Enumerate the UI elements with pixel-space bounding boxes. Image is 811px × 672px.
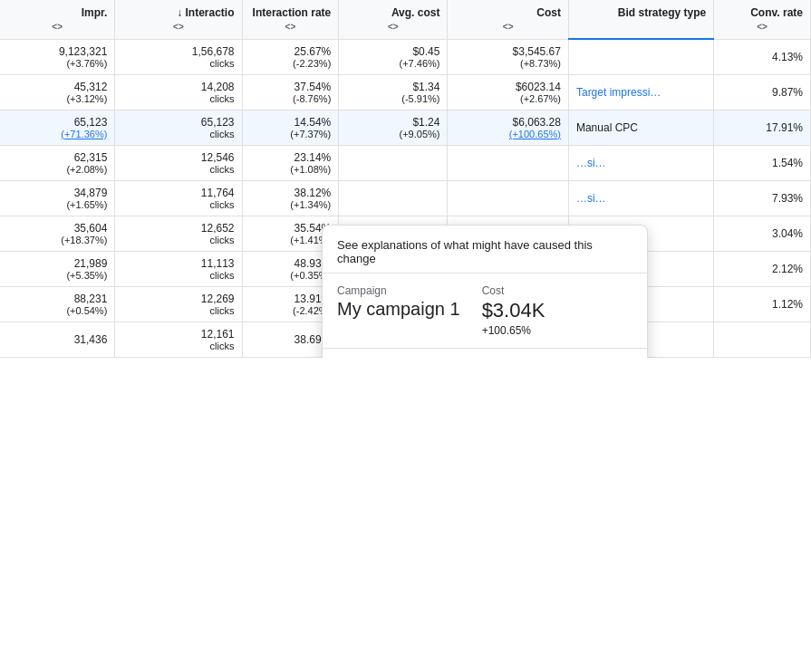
- cell-impr: 35,604(+18.37%): [0, 216, 115, 251]
- impr-change: (+5.35%): [7, 270, 107, 281]
- cell-intrate: 23.14%(+1.08%): [242, 145, 339, 180]
- convrate-value: 9.87%: [772, 86, 803, 99]
- tooltip-campaign-label: Campaign: [337, 284, 460, 297]
- col-header-cost-arrows[interactable]: <>: [455, 21, 561, 34]
- cell-convrate: 1.54%: [714, 145, 811, 180]
- impr-change: (+1.65%): [7, 199, 107, 210]
- col-header-impr-arrows[interactable]: <>: [7, 21, 107, 34]
- bidstrat-link[interactable]: Target impressi…: [576, 86, 661, 99]
- cell-interaction: 11,113clicks: [115, 251, 242, 286]
- bidstrat-link[interactable]: …si…: [576, 192, 606, 205]
- cell-interaction: 11,764clicks: [115, 180, 242, 216]
- interaction-sub: clicks: [122, 93, 234, 104]
- interaction-sub: clicks: [122, 199, 234, 210]
- col-header-avgcost[interactable]: Avg. cost <>: [339, 0, 448, 39]
- col-header-impr[interactable]: Impr. <>: [0, 0, 115, 39]
- cell-intrate: 14.54%(+7.37%): [242, 110, 339, 145]
- avgcost-value: $1.34: [346, 81, 439, 93]
- impr-value: 34,879: [7, 187, 107, 199]
- col-header-convrate[interactable]: Conv. rate <>: [714, 0, 811, 39]
- interaction-value: 12,652: [122, 222, 234, 235]
- convrate-value: 2.12%: [772, 263, 803, 275]
- impr-change[interactable]: (+71.36%): [7, 129, 107, 139]
- tooltip-columns: Campaign My campaign 1 Cost $3.04K +100.…: [337, 284, 632, 337]
- cell-cost: $6,063.28(+100.65%): [448, 110, 569, 145]
- col-header-interaction-arrows[interactable]: <>: [122, 21, 234, 34]
- cell-bidstrat: [568, 39, 713, 74]
- impr-change: (+0.54%): [7, 305, 107, 316]
- col-header-bidstrat[interactable]: Bid strategy type: [568, 0, 713, 39]
- col-header-intrate-label: Interaction rate: [250, 5, 332, 21]
- cell-impr: 88,231(+0.54%): [0, 286, 115, 322]
- convrate-value: 4.13%: [772, 51, 803, 63]
- impr-value: 31,436: [7, 333, 107, 346]
- cell-cost: [448, 145, 569, 180]
- intrate-value: 48.93%: [250, 257, 332, 270]
- cell-avgcost: $1.34(-5.91%): [339, 74, 448, 110]
- cell-cost: $3,545.67(+8.73%): [448, 39, 569, 74]
- tooltip-cost-value: $3.04K: [482, 299, 545, 322]
- interaction-value: 1,56,678: [122, 45, 234, 58]
- cell-cost: [448, 180, 569, 216]
- interaction-value: 65,123: [122, 116, 234, 129]
- interaction-value: 11,113: [122, 257, 234, 270]
- cell-convrate: 2.12%: [714, 251, 811, 286]
- cost-change[interactable]: (+100.65%): [455, 129, 561, 139]
- cell-convrate: [714, 322, 811, 357]
- cell-interaction: 12,546clicks: [115, 145, 242, 180]
- table-row: 62,315(+2.08%)12,546clicks23.14%(+1.08%)…: [0, 145, 811, 180]
- cell-convrate: 3.04%: [714, 216, 811, 251]
- col-header-interaction[interactable]: ↓ Interactio <>: [115, 0, 242, 39]
- cell-impr: 31,436: [0, 322, 115, 357]
- cell-convrate: 9.87%: [714, 74, 811, 110]
- cell-avgcost: $1.24(+9.05%): [339, 110, 448, 145]
- cell-avgcost: [339, 145, 448, 180]
- avgcost-change: (-5.91%): [346, 93, 439, 104]
- impr-value: 88,231: [7, 293, 107, 305]
- cell-impr: 62,315(+2.08%): [0, 145, 115, 180]
- tooltip-body: Campaign My campaign 1 Cost $3.04K +100.…: [323, 274, 647, 348]
- convrate-value: 1.12%: [772, 298, 803, 311]
- convrate-value: 17.91%: [766, 121, 803, 134]
- convrate-value: 7.93%: [772, 192, 803, 205]
- col-header-intrate-arrows[interactable]: <>: [250, 21, 332, 34]
- table-wrapper: Impr. <> ↓ Interactio <> Interaction rat…: [0, 0, 811, 358]
- col-header-bidstrat-label: Bid strategy type: [576, 5, 706, 21]
- table-row: 65,123(+71.36%)65,123clicks14.54%(+7.37%…: [0, 110, 811, 145]
- interaction-sub: clicks: [122, 235, 234, 245]
- col-header-impr-label: Impr.: [7, 5, 107, 21]
- avgcost-value: $1.24: [346, 116, 439, 129]
- cell-impr: 21,989(+5.35%): [0, 251, 115, 286]
- interaction-sub: clicks: [122, 129, 234, 139]
- cell-impr: 34,879(+1.65%): [0, 180, 115, 216]
- col-header-convrate-label: Conv. rate: [721, 5, 803, 21]
- cell-convrate: 7.93%: [714, 180, 811, 216]
- col-header-convrate-arrows[interactable]: <>: [721, 21, 803, 34]
- impr-change: (+3.12%): [7, 93, 107, 104]
- cell-bidstrat: Target impressi…: [568, 74, 713, 110]
- col-header-cost[interactable]: Cost <>: [448, 0, 569, 39]
- interaction-sub: clicks: [122, 305, 234, 316]
- table-row: 34,879(+1.65%)11,764clicks38.12%(+1.34%)…: [0, 180, 811, 216]
- intrate-value: 13.91%: [250, 293, 332, 305]
- cell-interaction: 12,269clicks: [115, 286, 242, 322]
- impr-value: 45,312: [7, 81, 107, 93]
- cell-impr: 45,312(+3.12%): [0, 74, 115, 110]
- interaction-sub: clicks: [122, 58, 234, 69]
- intrate-value: 23.14%: [250, 151, 332, 164]
- cell-cost: $6023.14(+2.67%): [448, 74, 569, 110]
- avgcost-change: (+7.46%): [346, 58, 439, 69]
- bidstrat-link[interactable]: …si…: [576, 157, 606, 169]
- col-header-avgcost-arrows[interactable]: <>: [346, 21, 439, 34]
- cell-convrate: 1.12%: [714, 286, 811, 322]
- cell-bidstrat: …si…: [568, 145, 713, 180]
- cell-impr: 9,123,321(+3.76%): [0, 39, 115, 74]
- avgcost-value: $0.45: [346, 45, 439, 58]
- impr-value: 62,315: [7, 151, 107, 164]
- avgcost-change: (+9.05%): [346, 129, 439, 139]
- intrate-value: 14.54%: [250, 116, 332, 129]
- header-row: Impr. <> ↓ Interactio <> Interaction rat…: [0, 0, 811, 39]
- col-header-intrate[interactable]: Interaction rate <>: [242, 0, 339, 39]
- cell-interaction: 14,208clicks: [115, 74, 242, 110]
- intrate-value: 38.12%: [250, 187, 332, 199]
